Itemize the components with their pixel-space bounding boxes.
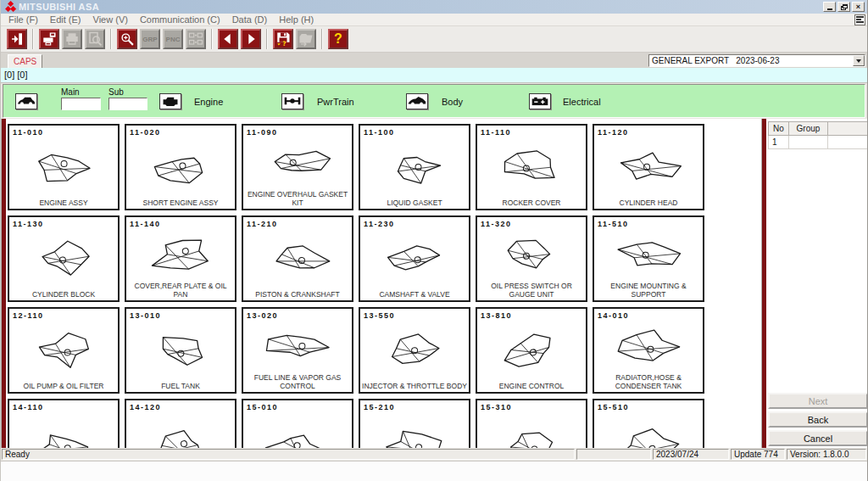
part-tile-11-230[interactable]: 11-230CAMSHAFT & VALVE — [359, 215, 470, 302]
tab-caps[interactable]: CAPS — [8, 54, 42, 68]
part-drawing — [243, 137, 352, 190]
engine-icon — [161, 94, 180, 109]
part-tile-11-090[interactable]: 11-090ENGINE OVERHAUL GASKET KIT — [242, 124, 353, 210]
toolbar-help-button[interactable]: ? — [328, 29, 348, 49]
toolbar-exit-button[interactable] — [7, 29, 27, 49]
part-name: CAMSHAFT & VALVE — [360, 290, 469, 300]
status-bar: Ready 2023/07/24 Update 774 Version: 1.8… — [1, 448, 867, 461]
close-icon: × — [856, 3, 860, 11]
cell-group — [789, 136, 828, 149]
combobox-dropdown-button[interactable] — [853, 55, 865, 66]
part-name: INJECTOR & THROTTLE BODY — [360, 382, 469, 392]
toolbar-printer-button — [62, 29, 82, 49]
group-table-header-group: Group — [789, 122, 828, 136]
part-drawing — [594, 320, 703, 373]
part-drawing — [9, 411, 118, 448]
chevron-down-icon — [856, 59, 861, 63]
part-drawing — [594, 137, 703, 199]
part-code: 13-810 — [477, 309, 586, 320]
part-tile-15-010[interactable]: 15-010 — [242, 399, 353, 448]
part-code: 11-090 — [243, 126, 352, 137]
menu-view[interactable]: View (V) — [87, 14, 134, 26]
part-drawing — [243, 228, 352, 290]
toolbar-button-label: GRP — [142, 36, 157, 43]
multi-window-icon — [188, 31, 203, 47]
part-tile-11-320[interactable]: 11-320OIL PRESS SWITCH OR GAUGE UNIT — [476, 215, 587, 302]
back-button[interactable]: Back — [768, 411, 868, 428]
part-tile-13-010[interactable]: 13-010FUEL TANK — [125, 307, 236, 394]
folder-export-icon — [298, 31, 314, 47]
cancel-button[interactable]: Cancel — [768, 430, 868, 446]
category-button-electrical[interactable] — [529, 93, 551, 109]
category-button-pwrtrain[interactable] — [281, 93, 303, 109]
part-tile-11-210[interactable]: 11-210PISTON & CRANKSHAFT — [242, 215, 353, 302]
part-drawing — [126, 320, 235, 382]
part-tile-11-100[interactable]: 11-100LIQUID GASKET — [359, 124, 470, 210]
part-tile-11-020[interactable]: 11-020SHORT ENGINE ASSY — [125, 124, 236, 210]
main-code-input[interactable] — [61, 98, 101, 110]
toolbar-save-query-button[interactable]: ? — [273, 29, 293, 49]
part-tile-13-810[interactable]: 13-810ENGINE CONTROL — [476, 307, 587, 394]
part-tile-13-020[interactable]: 13-020FUEL LINE & VAPOR GAS CONTROL — [242, 307, 353, 394]
part-drawing — [360, 411, 469, 448]
part-tile-11-120[interactable]: 11-120CYLINDER HEAD — [593, 124, 704, 210]
part-drawing — [126, 137, 235, 199]
part-name: LIQUID GASKET — [360, 199, 469, 209]
minimize-button[interactable] — [823, 2, 836, 12]
category-button-engine[interactable] — [159, 93, 181, 109]
part-tile-11-110[interactable]: 11-110ROCKER COVER — [476, 124, 587, 210]
group-table-header-extra — [828, 122, 868, 136]
menu-communication[interactable]: Communication (C) — [134, 14, 226, 26]
menu-data[interactable]: Data (D) — [226, 14, 274, 26]
close-button[interactable]: × — [852, 2, 865, 12]
part-tile-11-130[interactable]: 11-130CYLINDER BLOCK — [8, 215, 120, 302]
part-name: CYLINDER HEAD — [594, 199, 703, 209]
part-drawing — [360, 228, 469, 290]
dataset-combobox[interactable]: GENERAL EXPORT 2023-06-23 — [648, 54, 865, 67]
menu-edit[interactable]: Edit (E) — [44, 14, 87, 26]
main-area: 11-010ENGINE ASSY11-020SHORT ENGINE ASSY… — [1, 119, 867, 448]
printer-icon — [64, 31, 80, 47]
part-code: 11-130 — [9, 217, 118, 228]
part-code: 11-230 — [360, 217, 469, 228]
part-tile-14-110[interactable]: 14-110 — [8, 399, 120, 448]
toolbar-zoom-button[interactable] — [117, 29, 137, 49]
minimize-icon — [827, 8, 832, 10]
vehicle-select-button[interactable] — [15, 93, 37, 109]
status-version: Version: 1.8.0.0 — [787, 449, 866, 460]
menu-help[interactable]: Help (H) — [273, 14, 320, 26]
menu-file[interactable]: File (F) — [3, 14, 44, 26]
part-tile-11-140[interactable]: 11-140COVER,REAR PLATE & OIL PAN — [125, 215, 236, 302]
toolbar-print-setup-button[interactable] — [39, 29, 59, 49]
part-name: PISTON & CRANKSHAFT — [243, 290, 352, 300]
part-tile-14-010[interactable]: 14-010RADIATOR,HOSE & CONDENSER TANK — [593, 307, 704, 394]
mitsubishi-logo-icon — [5, 2, 16, 12]
part-drawing — [477, 137, 586, 199]
sub-code-input[interactable] — [108, 98, 147, 110]
part-tile-15-210[interactable]: 15-210 — [359, 399, 470, 448]
toolbar-arrow-left-button[interactable] — [218, 29, 238, 49]
part-name: ENGINE ASSY — [9, 199, 118, 209]
part-code: 15-210 — [360, 400, 469, 411]
part-code: 13-010 — [126, 309, 235, 320]
part-tile-15-510[interactable]: 15-510 — [593, 399, 704, 448]
toolbar-print-preview-button — [85, 29, 105, 49]
status-update: Update 774 — [731, 449, 785, 460]
part-code: 11-120 — [594, 126, 703, 137]
part-tile-12-110[interactable]: 12-110OIL PUMP & OIL FILTER — [8, 307, 120, 394]
part-code: 15-310 — [477, 400, 586, 411]
part-tile-14-120[interactable]: 14-120 — [125, 399, 236, 448]
part-tile-11-510[interactable]: 11-510ENGINE MOUNTING & SUPPORT — [593, 215, 704, 302]
part-drawing — [477, 411, 586, 448]
menu-bar: File (F)Edit (E)View (V)Communication (C… — [1, 14, 867, 26]
part-tile-15-310[interactable]: 15-310 — [476, 399, 587, 448]
category-button-body[interactable] — [406, 93, 428, 109]
cell-extra — [828, 136, 868, 149]
status-date: 2023/07/24 — [653, 449, 729, 460]
part-tile-13-550[interactable]: 13-550INJECTOR & THROTTLE BODY — [359, 307, 470, 394]
restore-button[interactable] — [837, 2, 850, 12]
powertrain-icon — [283, 94, 302, 109]
toolbar-arrow-right-button[interactable] — [241, 29, 261, 49]
part-tile-11-010[interactable]: 11-010ENGINE ASSY — [8, 124, 120, 210]
group-table-row[interactable]: 1 — [769, 136, 868, 149]
